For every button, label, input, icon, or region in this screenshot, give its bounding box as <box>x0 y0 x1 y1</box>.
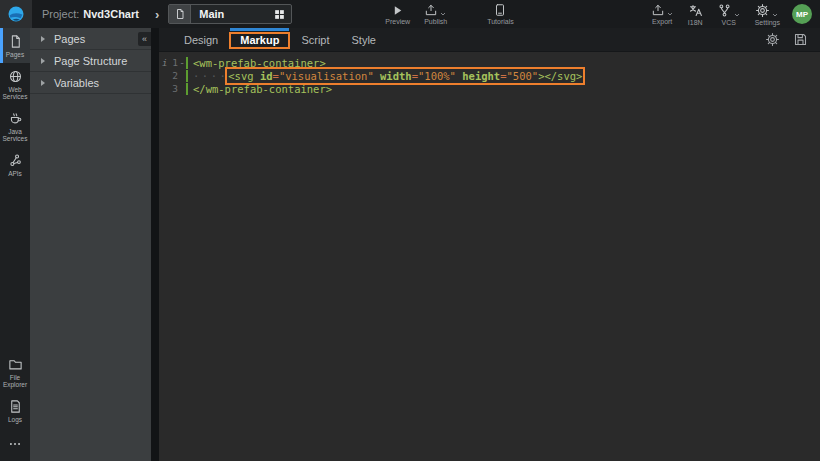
i18n-icon <box>688 3 703 18</box>
tab-design[interactable]: Design <box>173 28 229 51</box>
tab-label: Markup <box>240 34 279 46</box>
topbar-action-export[interactable]: Export <box>644 0 681 28</box>
topbar-action-i18n[interactable]: I18N <box>681 0 710 28</box>
topbar-action-vcs[interactable]: VCS <box>710 0 748 28</box>
topbar-action-settings[interactable]: Settings <box>748 0 787 28</box>
editor-tab-bar: DesignMarkupScriptStyle <box>159 28 820 52</box>
sidebar-item-web-services[interactable]: Web Services <box>0 63 30 105</box>
sidebar-item-label: APIs <box>8 170 22 177</box>
main-area: PagesWeb ServicesJava ServicesAPIsFile E… <box>0 28 820 461</box>
token: ···· <box>193 70 228 82</box>
chevron-down-icon <box>666 10 674 18</box>
gutter-info-icon: i <box>159 58 168 68</box>
topbar-action-label: I18N <box>688 19 703 26</box>
chevron-right-icon <box>41 58 45 64</box>
attribute-value: "100%" <box>418 70 456 82</box>
panel-section-label: Pages <box>54 33 85 45</box>
gear-icon[interactable] <box>765 32 780 47</box>
pages-side-panel: PagesPage StructureVariables « <box>30 28 151 461</box>
project-name: Nvd3Chart <box>83 8 139 20</box>
more-options-button[interactable] <box>0 428 30 461</box>
tag-token: <svg <box>228 70 253 82</box>
editor-area: DesignMarkupScriptStyle i1-<wm-prefab-co… <box>159 28 820 461</box>
sidebar-item-apis[interactable]: APIs <box>0 147 30 182</box>
panel-splitter[interactable] <box>151 28 159 461</box>
markup-code-editor[interactable]: i1-<wm-prefab-container>2····<svg id="vi… <box>159 52 820 461</box>
annotation-highlight-box: <svg id="visualisation" width="100%" hei… <box>228 70 582 82</box>
attribute-name: width <box>374 70 412 82</box>
panel-section-label: Page Structure <box>54 55 127 67</box>
topbar-action-label: Preview <box>385 18 410 25</box>
editor-toolbar <box>765 28 820 51</box>
panel-section-page-structure[interactable]: Page Structure <box>30 50 151 72</box>
publish-icon <box>424 3 447 17</box>
sidebar-item-label: Pages <box>6 51 24 58</box>
topbar-right-actions: ExportI18NVCSSettings <box>644 0 787 28</box>
tag-token: </wm-prefab-container> <box>193 83 332 95</box>
tutorials-icon <box>493 3 507 17</box>
sidebar-item-label: Web Services <box>1 86 29 100</box>
left-icon-rail: PagesWeb ServicesJava ServicesAPIsFile E… <box>0 28 30 461</box>
vcs-icon <box>717 3 741 18</box>
save-icon[interactable] <box>793 32 808 47</box>
tag-token: ></svg> <box>538 70 582 82</box>
tab-markup[interactable]: Markup <box>229 28 290 51</box>
page-file-icon <box>169 5 191 23</box>
rail-spacer <box>0 182 30 351</box>
page-icon <box>8 34 23 49</box>
tab-script[interactable]: Script <box>290 28 340 51</box>
sidebar-item-label: Logs <box>8 416 22 423</box>
gutter: 3 <box>159 83 186 94</box>
panel-collapse-button[interactable]: « <box>138 32 151 46</box>
topbar-action-label: Export <box>652 18 672 25</box>
export-icon <box>651 3 674 17</box>
code-line: 2····<svg id="visualisation" width="100%… <box>159 69 820 82</box>
topbar-action-preview[interactable]: Preview <box>378 0 417 28</box>
tab-style[interactable]: Style <box>341 28 387 51</box>
fold-marker[interactable]: - <box>178 57 186 68</box>
topbar-action-tutorials[interactable]: Tutorials <box>480 0 521 28</box>
globe-icon <box>8 69 23 84</box>
sidebar-item-java-services[interactable]: Java Services <box>0 105 30 147</box>
attribute-value: "visualisation" <box>279 70 374 82</box>
chevron-down-icon <box>439 10 447 18</box>
topbar-action-label: Publish <box>424 18 447 25</box>
attribute-name: id <box>254 70 273 82</box>
chevron-down-icon <box>733 11 741 19</box>
attribute-name: height <box>456 70 500 82</box>
tab-label: Style <box>352 34 376 46</box>
topbar-action-label: VCS <box>722 19 736 26</box>
sidebar-item-label: Java Services <box>1 128 29 142</box>
panel-section-label: Variables <box>54 77 99 89</box>
attribute-value: "500" <box>507 70 539 82</box>
topbar-action-label: Settings <box>755 19 780 26</box>
grid-icon[interactable] <box>273 8 286 21</box>
page-tab-label: Main <box>191 8 273 20</box>
wavemaker-logo-icon <box>7 5 25 23</box>
topbar-action-publish[interactable]: Publish <box>417 0 454 28</box>
line-number: 1 <box>168 57 178 68</box>
topbar-left-actions: PreviewPublishTutorials <box>378 0 521 28</box>
tab-label: Script <box>301 34 329 46</box>
coffee-icon <box>8 111 23 126</box>
code-line: i1-<wm-prefab-container> <box>159 56 820 69</box>
sidebar-item-pages[interactable]: Pages <box>0 28 30 63</box>
panel-section-pages[interactable]: Pages <box>30 28 151 50</box>
preview-icon <box>391 4 404 17</box>
top-bar: Project:Nvd3Chart › Main PreviewPublishT… <box>0 0 820 28</box>
user-avatar[interactable]: MP <box>792 4 812 24</box>
project-breadcrumb: Project:Nvd3Chart <box>42 8 139 20</box>
chevron-right-icon <box>41 36 45 42</box>
code-text: ····<svg id="visualisation" width="100%"… <box>186 70 582 82</box>
project-label: Project: <box>42 8 79 20</box>
code-text: <wm-prefab-container> <box>186 57 326 69</box>
sidebar-item-file-explorer[interactable]: File Explorer <box>0 351 30 393</box>
panel-section-variables[interactable]: Variables <box>30 72 151 94</box>
ellipsis-icon <box>8 437 22 451</box>
app-logo[interactable] <box>0 0 32 28</box>
tag-token: <wm-prefab-container> <box>193 57 326 69</box>
line-number: 3 <box>168 83 178 94</box>
sidebar-item-logs[interactable]: Logs <box>0 393 30 428</box>
chevron-right-icon <box>41 80 45 86</box>
open-page-tab[interactable]: Main <box>168 4 292 24</box>
